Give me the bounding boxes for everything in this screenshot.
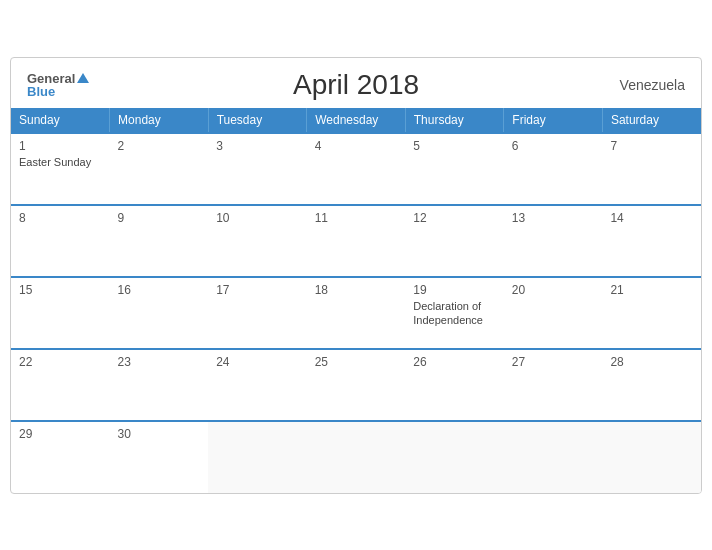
day-cell: 16: [110, 277, 209, 349]
day-number: 11: [315, 211, 398, 225]
day-number: 24: [216, 355, 299, 369]
week-row-4: 2930: [11, 421, 701, 493]
day-number: 18: [315, 283, 398, 297]
day-cell: 19Declaration of Independence: [405, 277, 504, 349]
day-number: 16: [118, 283, 201, 297]
day-cell: [504, 421, 603, 493]
day-cell: 25: [307, 349, 406, 421]
header-monday: Monday: [110, 108, 209, 133]
day-cell: 27: [504, 349, 603, 421]
day-number: 26: [413, 355, 496, 369]
logo-triangle-icon: [77, 73, 89, 83]
logo: General Blue: [27, 72, 89, 98]
day-number: 2: [118, 139, 201, 153]
day-number: 6: [512, 139, 595, 153]
day-cell: 9: [110, 205, 209, 277]
day-cell: 21: [602, 277, 701, 349]
day-cell: 22: [11, 349, 110, 421]
day-cell: 8: [11, 205, 110, 277]
day-cell: 13: [504, 205, 603, 277]
header-tuesday: Tuesday: [208, 108, 307, 133]
day-number: 7: [610, 139, 693, 153]
header-friday: Friday: [504, 108, 603, 133]
day-number: 19: [413, 283, 496, 297]
day-cell: 28: [602, 349, 701, 421]
header-thursday: Thursday: [405, 108, 504, 133]
day-cell: 12: [405, 205, 504, 277]
day-cell: [602, 421, 701, 493]
day-number: 29: [19, 427, 102, 441]
day-cell: [208, 421, 307, 493]
week-row-2: 1516171819Declaration of Independence202…: [11, 277, 701, 349]
day-cell: 23: [110, 349, 209, 421]
day-cell: 1Easter Sunday: [11, 133, 110, 205]
day-cell: 17: [208, 277, 307, 349]
day-cell: 14: [602, 205, 701, 277]
week-row-1: 891011121314: [11, 205, 701, 277]
day-number: 9: [118, 211, 201, 225]
weekday-header-row: Sunday Monday Tuesday Wednesday Thursday…: [11, 108, 701, 133]
logo-general-text: General: [27, 72, 75, 85]
day-number: 30: [118, 427, 201, 441]
calendar-table: Sunday Monday Tuesday Wednesday Thursday…: [11, 108, 701, 493]
day-cell: 5: [405, 133, 504, 205]
day-number: 5: [413, 139, 496, 153]
day-number: 28: [610, 355, 693, 369]
day-cell: [405, 421, 504, 493]
day-cell: [307, 421, 406, 493]
day-number: 8: [19, 211, 102, 225]
day-cell: 4: [307, 133, 406, 205]
header-saturday: Saturday: [602, 108, 701, 133]
day-cell: 20: [504, 277, 603, 349]
calendar-header: General Blue April 2018 Venezuela: [11, 58, 701, 108]
holiday-label: Declaration of Independence: [413, 299, 496, 328]
day-cell: 26: [405, 349, 504, 421]
day-number: 15: [19, 283, 102, 297]
week-row-0: 1Easter Sunday234567: [11, 133, 701, 205]
day-cell: 7: [602, 133, 701, 205]
day-number: 10: [216, 211, 299, 225]
day-cell: 18: [307, 277, 406, 349]
day-cell: 11: [307, 205, 406, 277]
day-cell: 30: [110, 421, 209, 493]
day-number: 1: [19, 139, 102, 153]
day-number: 27: [512, 355, 595, 369]
holiday-label: Easter Sunday: [19, 155, 102, 169]
day-cell: 15: [11, 277, 110, 349]
day-number: 20: [512, 283, 595, 297]
month-title: April 2018: [293, 69, 419, 101]
day-number: 25: [315, 355, 398, 369]
week-row-3: 22232425262728: [11, 349, 701, 421]
day-number: 13: [512, 211, 595, 225]
country-label: Venezuela: [620, 77, 685, 93]
day-cell: 2: [110, 133, 209, 205]
day-number: 3: [216, 139, 299, 153]
day-cell: 29: [11, 421, 110, 493]
day-number: 22: [19, 355, 102, 369]
day-number: 17: [216, 283, 299, 297]
day-number: 21: [610, 283, 693, 297]
day-number: 23: [118, 355, 201, 369]
day-number: 14: [610, 211, 693, 225]
logo-blue-text: Blue: [27, 85, 55, 98]
day-number: 12: [413, 211, 496, 225]
calendar: General Blue April 2018 Venezuela Sunday…: [10, 57, 702, 494]
day-cell: 3: [208, 133, 307, 205]
header-wednesday: Wednesday: [307, 108, 406, 133]
day-cell: 10: [208, 205, 307, 277]
day-number: 4: [315, 139, 398, 153]
header-sunday: Sunday: [11, 108, 110, 133]
day-cell: 24: [208, 349, 307, 421]
day-cell: 6: [504, 133, 603, 205]
